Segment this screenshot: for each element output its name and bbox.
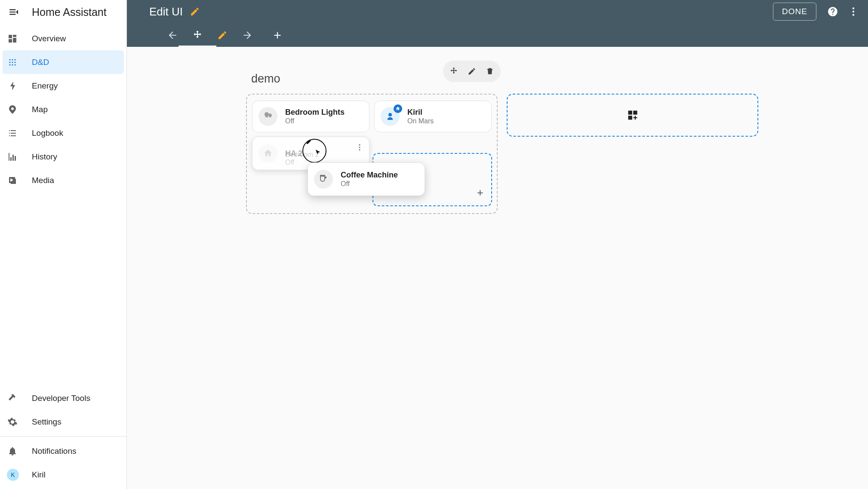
help-button[interactable] [824, 3, 841, 20]
card-state: On Mars [407, 117, 434, 125]
card-coffee-machine-dragging[interactable]: Coffee Machine Off [308, 162, 425, 196]
plus-icon [272, 30, 283, 41]
overflow-button[interactable] [845, 3, 862, 20]
tab-back-button[interactable] [161, 24, 184, 47]
section-actions [443, 61, 501, 82]
card-state: Off [285, 117, 345, 125]
help-icon [827, 6, 838, 17]
sidebar-item-notifications[interactable]: Notifications [3, 439, 124, 463]
dashboard-icon [7, 33, 18, 44]
sidebar-item-user[interactable]: K Kiril [3, 463, 124, 486]
svg-point-11 [853, 14, 854, 15]
add-tab-button[interactable] [266, 24, 289, 47]
pencil-icon [468, 67, 476, 76]
nav-label: Overview [32, 34, 66, 43]
section-edit-button[interactable] [463, 62, 481, 80]
nav-label: Map [32, 105, 48, 114]
card-title-overlay: Bedroom 2 [285, 151, 319, 159]
section-delete-button[interactable] [481, 62, 499, 80]
sidebar-item-logbook[interactable]: Logbook [3, 121, 124, 145]
sidebar-item-settings[interactable]: Settings [3, 410, 124, 434]
add-section-icon [627, 109, 639, 121]
section-move-button[interactable] [445, 62, 463, 80]
sidebar-item-history[interactable]: History [3, 145, 124, 168]
dots-vertical-icon [848, 6, 859, 17]
nav-label: Notifications [32, 446, 77, 456]
pencil-icon [306, 138, 313, 145]
home-badge-icon [394, 104, 402, 113]
chart-icon [7, 151, 18, 162]
content-area: Edit UI DONE demo [127, 0, 868, 489]
nav-label: History [32, 152, 57, 162]
nav-list: Overview D&D Energy Map Logbook [0, 24, 126, 195]
sidebar-item-media[interactable]: Media [3, 168, 124, 192]
bolt-icon [7, 80, 18, 92]
coffee-machine-icon [314, 170, 333, 189]
svg-point-10 [853, 11, 854, 12]
trash-icon [486, 67, 494, 76]
light-group-icon [259, 107, 277, 126]
nav-list-footer: Notifications K Kiril [0, 437, 126, 489]
sidebar-item-dnd[interactable]: D&D [3, 50, 124, 74]
move-icon [449, 67, 459, 76]
svg-point-4 [12, 61, 13, 63]
edit-title-button[interactable] [186, 3, 203, 20]
add-section-drop-zone[interactable] [507, 94, 758, 137]
card-kiril[interactable]: Kiril On Mars [374, 101, 492, 132]
dots-vertical-icon [355, 143, 364, 152]
card-overflow-button[interactable] [354, 141, 366, 153]
tab-edit-button[interactable] [211, 24, 234, 47]
svg-point-9 [853, 7, 854, 9]
done-button[interactable]: DONE [773, 3, 816, 21]
sidebar-item-energy[interactable]: Energy [3, 74, 124, 98]
svg-point-12 [359, 144, 360, 146]
nav-label: Developer Tools [32, 394, 90, 403]
arrow-left-icon [167, 30, 178, 41]
pencil-icon [190, 6, 200, 17]
section-title[interactable]: demo [251, 72, 280, 86]
person-icon [381, 107, 400, 126]
tab-forward-button[interactable] [236, 24, 259, 47]
tab-move-button[interactable] [186, 24, 209, 47]
drag-grid-icon [7, 57, 18, 68]
home-icon [259, 144, 277, 163]
move-icon [192, 30, 203, 41]
nav-label: D&D [32, 58, 49, 67]
avatar: K [7, 469, 19, 481]
svg-point-0 [9, 59, 10, 60]
nav-label: Kiril [32, 470, 46, 480]
card-title: Bedroom Lights [285, 108, 345, 117]
view-toolbar [127, 23, 868, 47]
nav-label: Media [32, 176, 54, 185]
collapse-sidebar-button[interactable] [4, 3, 23, 21]
card-state-overlay: Off [285, 159, 294, 166]
menu-collapse-icon [8, 6, 19, 18]
nav-label: Logbook [32, 128, 63, 138]
sidebar-item-map[interactable]: Map [3, 98, 124, 121]
pencil-icon [217, 30, 228, 40]
bell-icon [7, 446, 18, 457]
list-icon [7, 128, 18, 139]
card-title: Coffee Machine [341, 171, 398, 180]
play-box-icon [7, 175, 18, 186]
sidebar-item-overview[interactable]: Overview [3, 27, 124, 50]
sidebar-header: Home Assistant [0, 0, 126, 24]
sidebar-item-developer-tools[interactable]: Developer Tools [3, 386, 124, 410]
gear-icon [7, 416, 18, 428]
svg-point-3 [9, 61, 10, 63]
svg-point-6 [9, 64, 10, 65]
arrow-right-icon [242, 30, 253, 41]
card-title: Kiril [407, 108, 434, 117]
nav-label: Settings [32, 417, 62, 427]
card-bedroom-lights[interactable]: Bedroom Lights Off [252, 101, 369, 132]
svg-point-14 [359, 149, 360, 150]
brand-title: Home Assistant [32, 6, 107, 18]
svg-point-13 [359, 147, 360, 148]
dashboard-canvas: demo Bedroom Lights [127, 47, 868, 489]
card-state: Off [341, 180, 398, 188]
top-bar: Edit UI DONE [127, 0, 868, 23]
hammer-icon [7, 393, 18, 404]
svg-point-8 [14, 64, 15, 65]
nav-label: Energy [32, 81, 58, 91]
plus-icon: + [477, 186, 483, 199]
